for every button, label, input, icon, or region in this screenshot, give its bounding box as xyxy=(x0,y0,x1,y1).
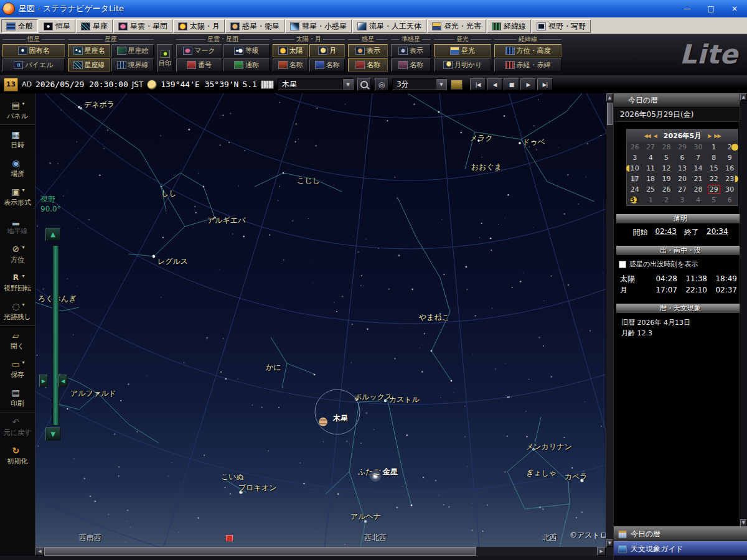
calendar-day[interactable]: 3 xyxy=(627,152,642,163)
prev-year-button[interactable]: ◀◀ xyxy=(644,133,650,139)
close-button[interactable]: × xyxy=(725,2,745,16)
scroll-up-arrow[interactable] xyxy=(606,93,613,101)
step-mode-icon[interactable] xyxy=(451,80,463,90)
calendar-day[interactable]: 23 xyxy=(722,174,738,184)
toolbar-button[interactable]: 固有名 xyxy=(2,44,65,57)
sidebar-item[interactable]: ▾ 地平線 xyxy=(0,211,35,240)
calendar-day[interactable]: 22 xyxy=(706,174,721,184)
checkbox[interactable] xyxy=(619,261,626,268)
calendar-day[interactable]: 28 xyxy=(690,184,706,195)
calendar-day[interactable]: 20 xyxy=(674,174,690,184)
calendar-day[interactable]: 18 xyxy=(642,174,658,184)
toolbar-button[interactable]: 月 xyxy=(309,44,345,57)
calendar-day[interactable]: 4 xyxy=(690,195,706,205)
toolbar-button[interactable]: 昼光 xyxy=(434,44,491,57)
vertical-scrollbar[interactable] xyxy=(606,93,613,547)
playback-button[interactable]: |◀ xyxy=(470,78,486,90)
calendar-day[interactable]: 9 xyxy=(722,152,738,163)
landmark-button[interactable]: 目印 xyxy=(157,44,173,72)
calendar-day[interactable]: 26 xyxy=(659,184,674,195)
sidebar-item[interactable]: ▾ 元に戻す xyxy=(0,413,35,441)
calendar-day[interactable]: 13 xyxy=(674,163,690,174)
calendar-day[interactable]: 27 xyxy=(642,142,658,152)
toolbar-button[interactable]: 方位・高度 xyxy=(494,44,561,57)
location-coordinates[interactable]: 139°44'E 35°39'N xyxy=(161,80,238,89)
prev-month-button[interactable]: ◀ xyxy=(654,133,657,139)
chevron-down-icon[interactable] xyxy=(436,79,446,90)
ribbon-tab[interactable]: 視野・写野 xyxy=(532,19,591,33)
calendar-day[interactable]: 21 xyxy=(690,174,706,184)
zoom-down-button[interactable] xyxy=(45,427,60,441)
calendar-day[interactable]: 10 xyxy=(627,163,642,174)
datetime-value[interactable]: 2026/05/29 20:30:00 xyxy=(35,80,128,89)
timezone-label[interactable]: JST xyxy=(132,80,144,89)
toolbar-button[interactable]: 星座名 xyxy=(68,44,110,57)
next-year-button[interactable]: ▶▶ xyxy=(714,133,720,139)
search-button[interactable] xyxy=(357,78,371,91)
toolbar-button[interactable]: 名称 xyxy=(309,58,345,72)
day-badge[interactable]: 13 xyxy=(4,78,18,91)
calendar-day[interactable]: 31 xyxy=(627,195,642,205)
calendar-day[interactable]: 2 xyxy=(722,142,738,152)
playback-button[interactable]: ■ xyxy=(504,78,519,90)
sidebar-item[interactable]: ▾ パネル xyxy=(0,96,35,125)
calendar-day[interactable]: 5 xyxy=(659,152,674,163)
sidebar-item[interactable]: ▾ 保存 xyxy=(0,355,35,383)
toolbar-button[interactable]: 月明かり xyxy=(434,58,491,72)
scroll-left-arrow[interactable] xyxy=(35,547,44,556)
calendar-day[interactable]: 19 xyxy=(659,174,674,184)
playback-button[interactable]: ▶| xyxy=(537,78,553,90)
sidebar-item[interactable]: ▾ 光跡残し xyxy=(0,297,35,326)
ribbon-tab[interactable]: 経緯線 xyxy=(487,19,531,33)
calendar-day[interactable]: 11 xyxy=(642,163,658,174)
horizontal-scrollbar[interactable] xyxy=(35,547,606,556)
sidebar-item[interactable]: ▾ 開く xyxy=(0,326,35,355)
ribbon-tab[interactable]: 星座 xyxy=(76,19,113,33)
calendar-day[interactable]: 24 xyxy=(627,184,642,195)
ribbon-tab[interactable]: 惑星・衛星 xyxy=(225,19,284,33)
toolbar-button[interactable]: 表示 xyxy=(391,44,431,57)
calendar-day[interactable]: 2 xyxy=(659,195,674,205)
calendar-day[interactable]: 28 xyxy=(659,142,674,152)
toolbar-button[interactable]: バイエル xyxy=(2,58,65,72)
calendar-day[interactable]: 3 xyxy=(674,195,690,205)
zoom-up-button[interactable] xyxy=(45,228,60,241)
twilight-start-time[interactable]: 02:43 xyxy=(655,227,677,238)
toolbar-button[interactable]: 太陽 xyxy=(273,44,308,57)
vertical-scroll-thumb[interactable] xyxy=(607,103,613,125)
playback-button[interactable]: ◀ xyxy=(487,78,502,90)
calendar-day[interactable]: 6 xyxy=(722,195,738,205)
calendar-day[interactable]: 25 xyxy=(642,184,658,195)
calendar-day[interactable]: 5 xyxy=(706,195,721,205)
sidebar-item[interactable]: ▾ 印刷 xyxy=(0,383,35,413)
toolbar-button[interactable]: マーク xyxy=(176,44,222,57)
scroll-down-arrow[interactable] xyxy=(606,539,613,547)
calendar-day[interactable]: 8 xyxy=(706,152,721,163)
calendar-day[interactable]: 6 xyxy=(674,152,690,163)
calendar-day[interactable]: 29 xyxy=(706,184,721,195)
toolbar-button[interactable]: 番号 xyxy=(176,58,222,72)
panel-scrollbar[interactable] xyxy=(740,93,747,526)
ribbon-tab[interactable]: 恒星 xyxy=(39,19,75,33)
sidebar-item[interactable]: ▾ 視野回転 xyxy=(0,268,35,297)
toolbar-button[interactable]: 表示 xyxy=(348,44,388,57)
ribbon-tab[interactable]: 全般 xyxy=(1,19,38,33)
calendar-day[interactable]: 15 xyxy=(706,163,721,174)
zoom-slider-handle-right[interactable] xyxy=(59,375,67,387)
toolbar-button[interactable]: 等級 xyxy=(223,44,270,57)
zoom-slider-handle-left[interactable] xyxy=(39,375,48,387)
time-step-combobox[interactable]: 3分 xyxy=(392,78,447,90)
calendar-day[interactable]: 26 xyxy=(627,142,642,152)
magnitude-limit[interactable]: 5.1 xyxy=(242,80,256,89)
toolbar-button[interactable]: 星座絵 xyxy=(111,44,154,57)
panel-tab[interactable]: 今日の暦 xyxy=(614,526,747,541)
sidebar-item[interactable]: ▾ 方位 xyxy=(0,240,35,268)
object-search-combobox[interactable]: 木星 xyxy=(278,78,354,90)
sidebar-item[interactable]: ▾ 日時 xyxy=(0,125,35,154)
toolbar-button[interactable]: 通称 xyxy=(223,58,270,72)
star-chart[interactable]: デネボラメラクドゥベおおぐまこじしししアルギエバレグルスろくぶんぎやまねこかにポ… xyxy=(35,93,606,547)
calendar-day[interactable]: 4 xyxy=(642,152,658,163)
calendar-day[interactable]: 30 xyxy=(690,142,706,152)
chevron-down-icon[interactable] xyxy=(342,79,353,90)
toolbar-button[interactable]: 名称 xyxy=(391,58,431,72)
